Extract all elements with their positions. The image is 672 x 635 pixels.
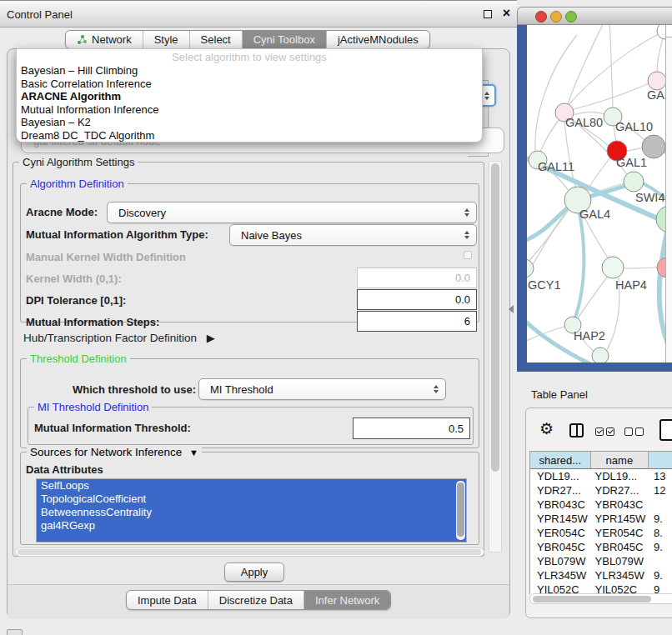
column-header-clipped[interactable] xyxy=(649,452,672,469)
table-row[interactable]: YBR045CYBR045C9. xyxy=(530,540,672,554)
table-row[interactable]: YIL052CYIL052C9 xyxy=(530,582,672,594)
aracne-mode-label: Aracne Mode: xyxy=(26,206,98,218)
table-row[interactable]: YLR345WYLR345W9. xyxy=(530,568,672,582)
algorithm-dropdown-popup: Select algorithm to view settings Bayesi… xyxy=(16,48,483,142)
algorithm-option[interactable]: Basic Correlation Inference xyxy=(17,78,482,91)
tab-impute-data-label: Impute Data xyxy=(138,594,197,607)
attribute-item-selected[interactable]: gal4RGexp xyxy=(37,519,466,532)
gear-icon[interactable]: ⚙ xyxy=(539,419,554,438)
bottom-left-partial-icon[interactable] xyxy=(7,629,23,635)
network-edges-gray xyxy=(527,25,665,352)
mi-type-combo[interactable]: Naive Bayes xyxy=(229,224,477,246)
cell-value: 9. xyxy=(649,512,672,525)
tab-network[interactable]: Network xyxy=(66,31,143,48)
tab-jactivemnodules[interactable]: jActiveMNodules xyxy=(326,31,429,48)
network-canvas[interactable]: GAL GAL80 GAL10 GAL1 GAL11 SWI4 GAL4 GCY… xyxy=(527,25,665,362)
close-icon[interactable]: × xyxy=(503,6,510,21)
network-graph: GAL GAL80 GAL10 GAL1 GAL11 SWI4 GAL4 GCY… xyxy=(527,25,665,362)
column-header-shared-name[interactable]: shared... xyxy=(530,452,591,469)
attribute-item-selected[interactable]: BetweennessCentrality xyxy=(37,506,466,519)
algorithm-option[interactable]: Mutual Information Inference xyxy=(17,103,482,117)
unselect-all-columns-icon[interactable] xyxy=(624,428,633,436)
network-frame: GAL GAL80 GAL10 GAL1 GAL11 SWI4 GAL4 GCY… xyxy=(517,25,672,372)
column-header-name[interactable]: name xyxy=(591,452,649,469)
table-row[interactable]: YBR043CYBR043C xyxy=(530,498,672,512)
cyni-algorithm-settings-group: Cyni Algorithm Settings Algorithm Defini… xyxy=(13,162,484,557)
mi-steps-field[interactable]: 6 xyxy=(357,311,477,332)
network-vertical-scrollbar[interactable] xyxy=(665,25,672,362)
tab-discretize-data[interactable]: Discretize Data xyxy=(208,591,303,609)
hub-section-toggle[interactable]: Hub/Transcription Factor Definition ▶ xyxy=(23,332,215,344)
right-green-node[interactable] xyxy=(656,206,665,232)
kernel-width-field[interactable]: 0.0 xyxy=(357,268,477,288)
cell-shared-name: YPR145W xyxy=(530,512,591,525)
zoom-traffic-light[interactable] xyxy=(565,11,577,22)
which-threshold-combo[interactable]: MI Threshold xyxy=(198,378,446,400)
page-function-icon[interactable] xyxy=(659,419,672,441)
close-traffic-light[interactable] xyxy=(535,11,547,22)
bottom-partial-node[interactable] xyxy=(592,348,609,362)
table-row[interactable]: YDL19...YDL19...13 xyxy=(530,469,672,483)
node-label: HAP2 xyxy=(574,329,605,342)
settings-horizontal-scrollbar-thumb[interactable] xyxy=(18,549,481,555)
which-threshold-value: MI Threshold xyxy=(210,383,273,396)
panel-divider-collapse-icon[interactable] xyxy=(509,305,514,313)
combo-stepper-icon xyxy=(464,208,469,217)
settings-scrollbar[interactable] xyxy=(489,161,502,552)
network-scrollbar-top-box[interactable] xyxy=(666,25,672,38)
select-all-columns-icon2[interactable] xyxy=(606,428,614,436)
control-panel-title: Control Panel xyxy=(7,8,73,21)
apply-button[interactable]: Apply xyxy=(224,562,284,582)
cell-name: YDL19... xyxy=(591,470,649,482)
tab-style[interactable]: Style xyxy=(143,31,189,48)
tab-cyni-toolbox[interactable]: Cyni Toolbox xyxy=(242,31,326,48)
table-horizontal-scrollbar-thumb[interactable] xyxy=(533,596,651,602)
algorithm-option-selected[interactable]: ARACNE Algorithm xyxy=(17,90,482,103)
algorithm-option[interactable]: Bayesian – K2 xyxy=(17,116,482,129)
gcy1-node[interactable] xyxy=(527,259,534,278)
attribute-list-scrollbar-thumb[interactable] xyxy=(457,482,464,537)
split-columns-icon[interactable] xyxy=(569,423,584,438)
gray-node[interactable] xyxy=(642,135,665,158)
manual-kernel-checkbox[interactable] xyxy=(464,251,472,259)
gal1-node[interactable] xyxy=(624,172,644,192)
settings-horizontal-scrollbar[interactable] xyxy=(15,548,484,557)
sources-title: Sources for Network Inference xyxy=(30,446,182,458)
table-row[interactable]: YER054CYER054C8. xyxy=(530,526,672,540)
algorithm-option[interactable]: Dream8 DC_TDC Algorithm xyxy=(17,129,482,142)
unselect-all-columns-icon2[interactable] xyxy=(635,428,644,436)
mi-threshold-definition-group: MI Threshold Definition Mutual Informati… xyxy=(28,407,474,445)
tab-impute-data[interactable]: Impute Data xyxy=(127,591,208,609)
partial-top-node[interactable] xyxy=(657,25,665,39)
cell-value: 13 xyxy=(649,470,672,482)
aracne-mode-combo[interactable]: Discovery xyxy=(107,202,477,223)
cell-name: YER054C xyxy=(591,527,649,539)
upper-pink-node[interactable] xyxy=(648,72,665,90)
network-window-titlebar[interactable] xyxy=(517,7,672,25)
minimize-traffic-light[interactable] xyxy=(550,11,562,22)
table-horizontal-scrollbar[interactable] xyxy=(529,593,672,604)
collapsed-arrow-icon: ▶ xyxy=(207,332,215,344)
attribute-list-scrollbar[interactable] xyxy=(456,481,465,540)
mi-type-value: Naive Bayes xyxy=(241,229,302,242)
table-row[interactable]: YDR27...YDR27...12 xyxy=(530,483,672,498)
settings-scrollbar-thumb[interactable] xyxy=(491,163,499,472)
table-row[interactable]: YPR145WYPR145W9. xyxy=(530,512,672,526)
hap4-node[interactable] xyxy=(602,257,624,278)
cell-name: YLR345W xyxy=(591,569,649,582)
tab-infer-network-label: Infer Network xyxy=(315,594,379,607)
select-all-columns-icon[interactable] xyxy=(595,428,604,436)
attribute-item-selected[interactable]: SelfLoops xyxy=(37,479,466,492)
threshold-definition-title: Threshold Definition xyxy=(27,352,130,365)
attribute-item-selected[interactable]: TopologicalCoefficient xyxy=(37,492,466,506)
mi-threshold-field[interactable]: 0.5 xyxy=(353,418,470,439)
dpi-tolerance-field[interactable]: 0.0 xyxy=(357,289,477,310)
table-row[interactable]: YBL079WYBL079W xyxy=(530,554,672,568)
tab-infer-network[interactable]: Infer Network xyxy=(303,591,390,609)
tab-select[interactable]: Select xyxy=(189,31,242,48)
cell-name: YBL079W xyxy=(591,555,649,568)
algorithm-option[interactable]: Bayesian – Hill Climbing xyxy=(17,64,482,78)
table-panel: ⚙ shared... name YDL19...YDL19...13 YDR2… xyxy=(525,408,672,618)
float-window-icon[interactable] xyxy=(484,10,492,18)
sources-title-row[interactable]: Sources for Network Inference ▼ xyxy=(27,446,202,458)
